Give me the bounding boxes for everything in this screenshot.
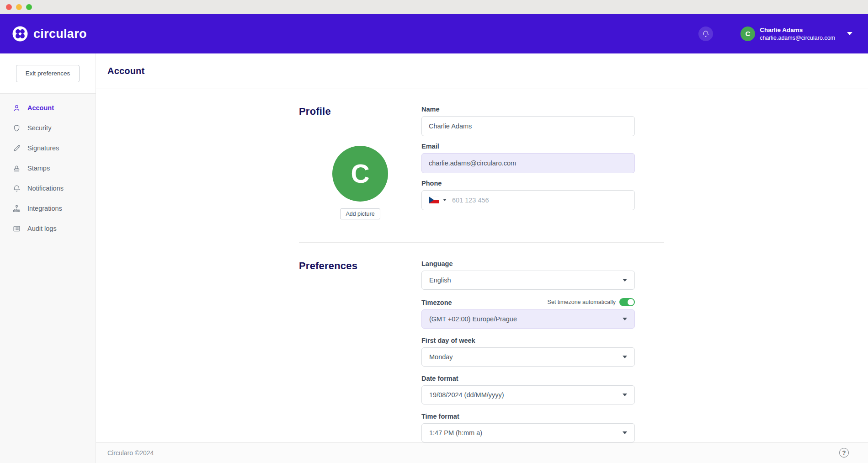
pen-icon — [12, 144, 21, 153]
time-format-select[interactable]: 1:47 PM (h:mm a) — [421, 423, 635, 442]
bell-outline-icon — [12, 184, 21, 193]
brand-logo[interactable]: circularo — [12, 26, 87, 42]
user-name: Charlie Adams — [760, 26, 835, 34]
help-icon[interactable]: ? — [839, 448, 849, 458]
first-day-of-week-select[interactable]: Monday — [421, 347, 635, 367]
preferences-sidebar: Exit preferences Account Security — [0, 53, 96, 463]
timezone-auto-label: Set timezone automatically — [548, 299, 616, 305]
sidebar-item-audit-logs[interactable]: Audit logs — [0, 218, 96, 239]
phone-label: Phone — [421, 180, 635, 187]
chevron-down-icon — [847, 32, 852, 35]
user-email: charlie.adams@circularo.com — [760, 34, 835, 42]
app-window: circularo C Charlie Adams charlie.adams@… — [0, 0, 868, 463]
notifications-bell-button[interactable] — [698, 27, 713, 41]
caret-down-icon — [443, 199, 447, 201]
main-panel: Account Profile C Add picture Name — [96, 53, 868, 463]
add-picture-button[interactable]: Add picture — [340, 208, 380, 219]
account-content: Profile C Add picture Name Email — [96, 89, 868, 442]
preferences-section: Preferences Language English — [299, 260, 868, 442]
language-select[interactable]: English — [421, 271, 635, 290]
profile-avatar[interactable]: C — [332, 146, 388, 202]
circularo-logo-icon — [12, 26, 28, 42]
bell-icon — [702, 30, 710, 38]
list-box-icon — [12, 224, 21, 233]
sidebar-item-signatures[interactable]: Signatures — [0, 138, 96, 158]
copyright-text: Circularo ©2024 — [107, 449, 154, 457]
person-icon — [12, 104, 21, 112]
country-code-selector[interactable] — [429, 197, 447, 203]
stamp-icon — [12, 164, 21, 173]
sidebar-item-integrations[interactable]: Integrations — [0, 198, 96, 218]
maximize-window-icon[interactable] — [26, 4, 32, 10]
name-input[interactable] — [421, 116, 635, 136]
close-window-icon[interactable] — [6, 4, 12, 10]
caret-down-icon — [623, 356, 627, 358]
timezone-select: (GMT +02:00) Europe/Prague — [421, 309, 635, 329]
profile-section: Profile C Add picture Name Email — [299, 106, 868, 219]
section-divider — [299, 242, 664, 243]
first-day-of-week-label: First day of week — [421, 337, 635, 344]
czech-flag-icon — [429, 197, 439, 203]
caret-down-icon — [623, 431, 627, 434]
email-input — [421, 153, 635, 173]
phone-input[interactable]: 601 123 456 — [421, 190, 635, 210]
date-format-select[interactable]: 19/08/2024 (dd/MM/yyyy) — [421, 385, 635, 404]
app-header: circularo C Charlie Adams charlie.adams@… — [0, 14, 868, 53]
date-format-label: Date format — [421, 375, 635, 382]
footer: Circularo ©2024 ? — [96, 442, 868, 463]
user-avatar: C — [740, 27, 755, 41]
caret-down-icon — [623, 394, 627, 396]
sidebar-item-stamps[interactable]: Stamps — [0, 158, 96, 178]
caret-down-icon — [623, 279, 627, 282]
minimize-window-icon[interactable] — [16, 4, 22, 10]
sidebar-item-notifications[interactable]: Notifications — [0, 178, 96, 198]
shield-icon — [12, 124, 21, 133]
caret-down-icon — [623, 318, 627, 320]
language-label: Language — [421, 260, 635, 267]
page-title: Account — [107, 66, 144, 76]
exit-preferences-button[interactable]: Exit preferences — [16, 65, 80, 82]
preferences-heading: Preferences — [299, 260, 421, 272]
email-label: Email — [421, 143, 635, 150]
sidebar-nav: Account Security Signatures — [0, 94, 96, 239]
name-label: Name — [421, 106, 635, 113]
sidebar-item-account[interactable]: Account — [0, 98, 96, 118]
time-format-label: Time format — [421, 413, 635, 420]
phone-placeholder: 601 123 456 — [452, 197, 489, 204]
sidebar-item-security[interactable]: Security — [0, 118, 96, 138]
brand-name: circularo — [33, 27, 87, 41]
timezone-label: Timezone — [421, 299, 452, 306]
timezone-auto-toggle[interactable] — [619, 298, 635, 306]
sitemap-icon — [12, 204, 21, 213]
user-menu[interactable]: C Charlie Adams charlie.adams@circularo.… — [740, 26, 852, 42]
profile-heading: Profile — [299, 106, 421, 117]
macos-titlebar — [0, 0, 868, 14]
